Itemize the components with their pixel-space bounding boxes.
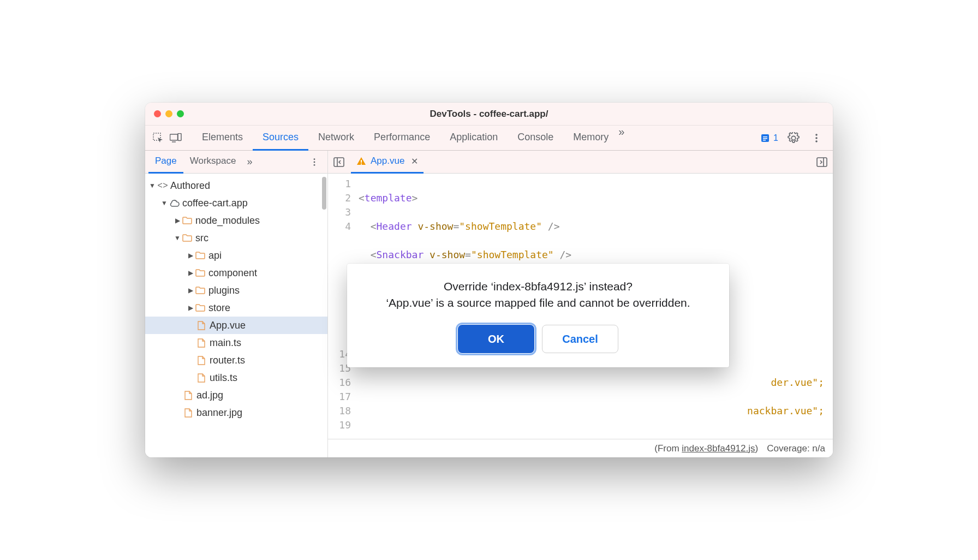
tree-label: App.vue [210, 320, 246, 331]
file-icon [182, 408, 194, 418]
folder-icon [194, 269, 206, 277]
devtools-window: DevTools - coffee-cart.app/ Elements Sou… [145, 103, 833, 457]
navigator-sidebar: Page Workspace » ▼ < > Authored ▼ [145, 151, 328, 457]
tab-console[interactable]: Console [508, 126, 563, 151]
warning-icon [356, 157, 366, 165]
cancel-button[interactable]: Cancel [542, 325, 618, 353]
tree-node-router-ts[interactable]: router.ts [145, 352, 327, 369]
svg-rect-16 [361, 160, 362, 163]
tree-label: utils.ts [210, 372, 237, 384]
tree-label: src [195, 233, 208, 244]
navigator-tab-page[interactable]: Page [148, 151, 183, 174]
folder-icon [194, 252, 206, 259]
tree-node-main-ts[interactable]: main.ts [145, 334, 327, 352]
titlebar: DevTools - coffee-cart.app/ [145, 103, 833, 126]
tree-node-authored[interactable]: ▼ < > Authored [145, 177, 327, 194]
toggle-navigator-icon[interactable] [331, 154, 347, 170]
navigator-kebab-icon[interactable] [305, 158, 324, 166]
editor-tab-label: App.vue [371, 156, 404, 166]
toggle-debugger-icon[interactable] [814, 154, 830, 170]
tab-application[interactable]: Application [440, 126, 508, 151]
tree-label: Authored [170, 180, 210, 192]
svg-point-13 [314, 164, 315, 165]
window-title: DevTools - coffee-cart.app/ [145, 109, 833, 120]
tree-label: api [208, 250, 222, 261]
more-tabs-icon[interactable]: » [618, 126, 624, 151]
svg-rect-17 [361, 164, 362, 165]
main-toolbar: Elements Sources Network Performance App… [145, 126, 833, 151]
tree-node-node-modules[interactable]: ▶ node_modules [145, 212, 327, 229]
tree-node-app-vue[interactable]: App.vue [145, 317, 327, 334]
tree-label: component [208, 267, 257, 279]
tab-sources[interactable]: Sources [253, 126, 308, 151]
tree-node-store[interactable]: ▶ store [145, 299, 327, 317]
file-icon [195, 356, 207, 365]
override-dialog: Override ‘index-8bfa4912.js’ instead? ‘A… [347, 264, 729, 367]
device-toolbar-icon[interactable] [168, 130, 183, 146]
svg-rect-1 [170, 134, 178, 140]
coverage-status: Coverage: n/a [767, 443, 825, 454]
inspect-element-icon[interactable] [151, 130, 166, 146]
source-map-link[interactable]: index-8bfa4912.js [682, 443, 755, 454]
tree-node-banner-jpg[interactable]: banner.jpg [145, 404, 327, 421]
navigator-more-tabs-icon[interactable]: » [247, 156, 252, 168]
tree-node-domain[interactable]: ▼ coffee-cart.app [145, 194, 327, 212]
tab-network[interactable]: Network [308, 126, 364, 151]
tab-memory[interactable]: Memory [563, 126, 618, 151]
maximize-window-button[interactable] [177, 110, 184, 117]
tree-label: banner.jpg [196, 407, 242, 419]
tree-label: store [208, 302, 230, 314]
folder-icon [181, 217, 193, 224]
tree-node-src[interactable]: ▼ src [145, 229, 327, 247]
svg-point-9 [815, 137, 818, 139]
file-tree[interactable]: ▼ < > Authored ▼ coffee-cart.app ▶ [145, 174, 327, 457]
navigator-tab-workspace[interactable]: Workspace [183, 151, 243, 174]
folder-icon [181, 234, 193, 242]
navigator-tabs: Page Workspace » [145, 151, 327, 174]
cloud-icon [168, 199, 180, 207]
traffic-lights [154, 110, 184, 117]
file-icon [195, 321, 207, 330]
brackets-icon: < > [156, 181, 168, 190]
kebab-menu-icon[interactable] [809, 130, 824, 146]
tree-node-ad-jpg[interactable]: ad.jpg [145, 386, 327, 404]
file-icon [182, 391, 194, 400]
close-tab-icon[interactable]: ✕ [411, 156, 418, 166]
svg-rect-5 [763, 136, 767, 138]
svg-rect-3 [178, 133, 181, 140]
folder-icon [194, 287, 206, 294]
svg-point-12 [314, 161, 315, 163]
issues-button[interactable]: 1 [760, 133, 778, 143]
issues-count: 1 [773, 133, 778, 143]
tree-node-api[interactable]: ▶ api [145, 247, 327, 264]
tree-node-plugins[interactable]: ▶ plugins [145, 282, 327, 299]
svg-point-10 [815, 140, 818, 142]
svg-point-11 [314, 158, 315, 160]
tree-label: coffee-cart.app [182, 198, 248, 209]
tree-node-utils-ts[interactable]: utils.ts [145, 369, 327, 386]
settings-icon[interactable] [786, 130, 801, 146]
editor-tab-app-vue[interactable]: App.vue ✕ [351, 151, 424, 174]
source-map-origin: (From index-8bfa4912.js) [654, 443, 758, 454]
folder-icon [194, 304, 206, 312]
tab-performance[interactable]: Performance [364, 126, 440, 151]
tree-label: plugins [208, 285, 240, 296]
file-icon [195, 373, 207, 383]
svg-rect-6 [763, 138, 767, 139]
editor-tabs: App.vue ✕ [328, 151, 833, 174]
close-window-button[interactable] [154, 110, 161, 117]
ok-button[interactable]: OK [458, 325, 534, 353]
svg-rect-7 [763, 140, 766, 141]
dialog-title: Override ‘index-8bfa4912.js’ instead? [363, 280, 713, 293]
scrollbar-thumb[interactable] [322, 177, 326, 210]
tab-elements[interactable]: Elements [192, 126, 253, 151]
editor-statusbar: (From index-8bfa4912.js) Coverage: n/a [328, 439, 833, 457]
dialog-subtitle: ‘App.vue’ is a source mapped file and ca… [363, 296, 713, 309]
tree-node-components[interactable]: ▶ component [145, 264, 327, 282]
file-icon [195, 338, 207, 348]
tree-label: router.ts [210, 355, 245, 366]
tree-label: main.ts [210, 337, 241, 349]
tree-label: node_modules [195, 215, 260, 227]
svg-point-8 [815, 134, 818, 136]
minimize-window-button[interactable] [165, 110, 172, 117]
